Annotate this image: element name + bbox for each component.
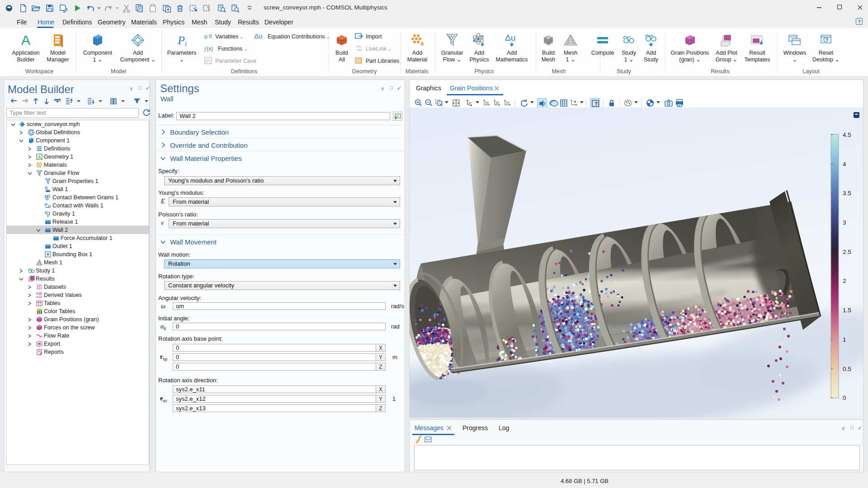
svg-text:Δu: Δu xyxy=(505,33,515,42)
svg-text:a: a xyxy=(204,33,208,40)
svg-text:2: 2 xyxy=(843,277,846,284)
svg-text:8.85: 8.85 xyxy=(36,292,42,295)
svg-text:D: D xyxy=(45,211,48,215)
svg-text:Pi: Pi xyxy=(205,58,210,63)
svg-text:xy: xy xyxy=(485,100,489,104)
svg-text:3: 3 xyxy=(843,219,846,226)
svg-text:3.5: 3.5 xyxy=(843,190,851,197)
svg-text:i: i xyxy=(185,40,187,47)
svg-text:0.5: 0.5 xyxy=(843,366,851,372)
svg-text:xz: xz xyxy=(506,100,509,104)
svg-text:e-12: e-12 xyxy=(36,295,42,298)
svg-text:A: A xyxy=(21,33,30,47)
svg-text:(x): (x) xyxy=(207,46,213,52)
svg-text:A: A xyxy=(38,154,41,160)
svg-text:P: P xyxy=(177,34,185,47)
svg-text:0: 0 xyxy=(843,394,846,401)
svg-text:4: 4 xyxy=(843,161,846,168)
svg-text:yz: yz xyxy=(495,100,499,104)
svg-text:D: D xyxy=(45,186,48,190)
svg-text:Δu: Δu xyxy=(254,33,262,40)
svg-text:1.5: 1.5 xyxy=(843,307,851,314)
svg-text:1: 1 xyxy=(843,336,846,343)
svg-text:2.5: 2.5 xyxy=(843,249,851,255)
svg-text:P: P xyxy=(45,202,47,207)
svg-text:4.5: 4.5 xyxy=(843,131,851,138)
